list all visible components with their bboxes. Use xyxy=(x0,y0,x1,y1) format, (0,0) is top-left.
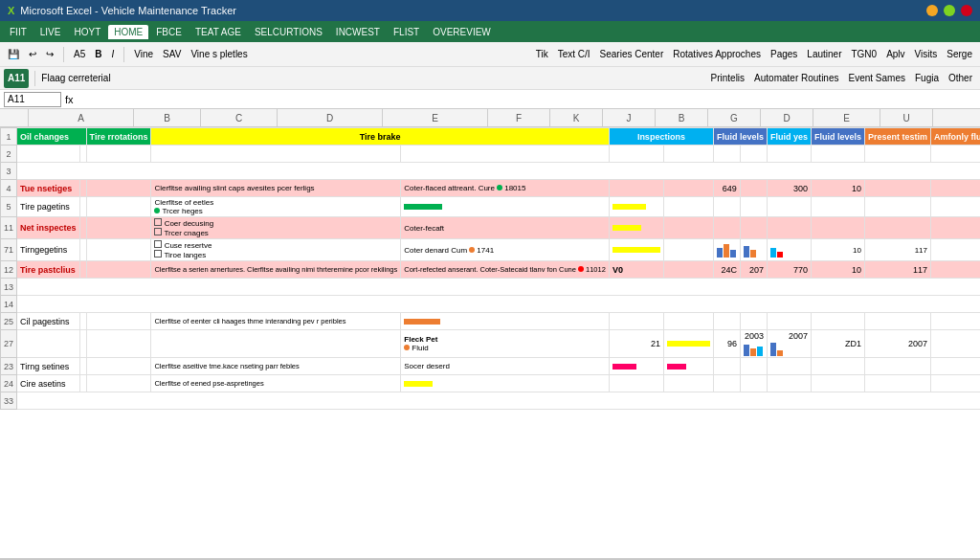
toolbar-btn-vine-s[interactable]: Vine s pletles xyxy=(187,45,251,64)
cell-5e2[interactable] xyxy=(864,197,930,217)
cell-27b[interactable] xyxy=(79,330,86,358)
cell-25e[interactable] xyxy=(401,313,610,330)
cell-12b[interactable] xyxy=(79,261,86,279)
toolbar-btn-serge[interactable]: Serge xyxy=(943,45,976,64)
toolbar-btn-pages[interactable]: Pages xyxy=(767,45,801,64)
cell-25g[interactable] xyxy=(767,313,811,330)
col-header-b2[interactable]: B xyxy=(656,109,708,126)
cell-11f[interactable] xyxy=(609,217,663,239)
ribbon-tab-live[interactable]: LIVE xyxy=(34,25,67,39)
cell-23d[interactable]: Clerfltse aseitive tme.kace nseting parr… xyxy=(151,358,401,375)
cell-5f[interactable] xyxy=(609,197,663,217)
cell-12e[interactable]: Cort-refected anserant. Coter-Satecaid t… xyxy=(401,261,610,279)
cell-25k[interactable] xyxy=(663,313,713,330)
cell-71b2[interactable] xyxy=(740,239,767,261)
cell-27c[interactable] xyxy=(86,330,151,358)
cell-5d[interactable]: Clerfltse of eetles Trcer heges xyxy=(151,197,401,217)
cell-25j[interactable] xyxy=(713,313,740,330)
cell-12e2[interactable]: 117 xyxy=(864,261,930,279)
cell-4d2[interactable]: 10 xyxy=(811,180,864,197)
col-header-u[interactable]: U xyxy=(880,109,933,126)
cell-2d2[interactable] xyxy=(811,146,864,163)
cell-71k[interactable] xyxy=(663,239,713,261)
cell-4a[interactable]: Tue nsetiges xyxy=(17,180,80,197)
col-header-c[interactable]: C xyxy=(201,109,278,126)
cell-12g[interactable]: 770 xyxy=(767,261,811,279)
cell-24e[interactable] xyxy=(401,375,610,392)
cell-24c[interactable] xyxy=(86,375,151,392)
toolbar-btn-tik[interactable]: Tik xyxy=(532,45,552,64)
cell-71j[interactable] xyxy=(713,239,740,261)
cell-5a[interactable]: Tire pagetins xyxy=(17,197,80,217)
cell-4u[interactable] xyxy=(931,180,981,197)
cell-27e2[interactable]: 2007 xyxy=(864,330,930,358)
cell-2b[interactable] xyxy=(79,146,86,163)
cell-23e[interactable]: Socer deserd xyxy=(401,358,610,375)
cell-24j[interactable] xyxy=(713,375,740,392)
cell-4b2[interactable] xyxy=(740,180,767,197)
toolbar-btn-event-sames[interactable]: Event Sames xyxy=(844,69,908,88)
cell-5g[interactable] xyxy=(767,197,811,217)
col-header-k[interactable]: K xyxy=(550,109,603,126)
toolbar-btn-fugia[interactable]: Fugia xyxy=(911,69,943,88)
toolbar-btn-italic[interactable]: I xyxy=(107,45,118,64)
cell-5d2[interactable] xyxy=(811,197,864,217)
cell-25c[interactable] xyxy=(86,313,151,330)
close-btn[interactable] xyxy=(961,5,972,16)
cell-2c[interactable] xyxy=(86,146,151,163)
col-header-j[interactable]: J xyxy=(603,109,656,126)
cell-25u[interactable] xyxy=(931,313,981,330)
ribbon-tab-flist[interactable]: FLIST xyxy=(388,25,425,39)
cell-3[interactable] xyxy=(17,163,980,180)
col-header-e2[interactable]: E xyxy=(813,109,880,126)
cell-27a[interactable] xyxy=(17,330,80,358)
toolbar-btn-font[interactable]: A5 xyxy=(70,45,89,64)
cell-11e[interactable]: Coter-fecaft xyxy=(401,217,610,239)
grid-area[interactable]: 1 Oil changes Tire rrotations Tire brake… xyxy=(0,127,980,558)
toolbar-btn-bold[interactable]: B xyxy=(91,45,105,64)
toolbar-btn-redo[interactable]: ↪ xyxy=(42,45,57,64)
cell-25a[interactable]: Cil pagestins xyxy=(17,313,80,330)
ribbon-tab-incwest[interactable]: INCWEST xyxy=(330,25,386,39)
toolbar-btn-tgno[interactable]: TGN0 xyxy=(847,45,880,64)
cell-71e2[interactable]: 117 xyxy=(864,239,930,261)
cell-11c[interactable] xyxy=(86,217,151,239)
cell-27u[interactable] xyxy=(931,330,981,358)
cell-24f[interactable] xyxy=(609,375,663,392)
cell-23k[interactable] xyxy=(663,358,713,375)
cell-25d[interactable]: Clerfltse of eenter cli haages thme inte… xyxy=(151,313,401,330)
cell-2u[interactable] xyxy=(931,146,981,163)
cell-2j[interactable] xyxy=(713,146,740,163)
cell-23a[interactable]: Tirng setines xyxy=(17,358,80,375)
cell-5k[interactable] xyxy=(663,197,713,217)
cell-23c[interactable] xyxy=(86,358,151,375)
cell-11k[interactable] xyxy=(663,217,713,239)
col-header-g[interactable]: G xyxy=(708,109,761,126)
toolbar-btn-vine[interactable]: Vine xyxy=(130,45,157,64)
col-header-a[interactable]: A xyxy=(29,109,134,126)
cell-71d[interactable]: Cuse resertve Tiroe langes xyxy=(151,239,401,261)
toolbar-btn-other[interactable]: Other xyxy=(945,69,976,88)
cell-11u[interactable] xyxy=(931,217,981,239)
cell-25d2[interactable] xyxy=(811,313,864,330)
cell-5c[interactable] xyxy=(86,197,151,217)
cell-24d2[interactable] xyxy=(811,375,864,392)
toolbar-btn-rotatives[interactable]: Rotatives Approches xyxy=(669,45,765,64)
toolbar-btn-lautiner[interactable]: Lautiner xyxy=(803,45,845,64)
cell-5j[interactable] xyxy=(713,197,740,217)
cell-2e[interactable] xyxy=(401,146,610,163)
col-header-b[interactable]: B xyxy=(134,109,201,126)
toolbar-btn-save2[interactable]: SAV xyxy=(159,45,185,64)
cell-27d[interactable] xyxy=(151,330,401,358)
cell-11g[interactable] xyxy=(767,217,811,239)
cell-2b2[interactable] xyxy=(740,146,767,163)
cell-25b2[interactable] xyxy=(740,313,767,330)
cell-12f[interactable]: V0 xyxy=(609,261,663,279)
cell-2d[interactable] xyxy=(151,146,401,163)
cell-2e2[interactable] xyxy=(864,146,930,163)
cell-12k[interactable] xyxy=(663,261,713,279)
cell-4f[interactable] xyxy=(609,180,663,197)
cell-27e[interactable]: Fleck PetFluid xyxy=(401,330,610,358)
cell-4c[interactable] xyxy=(86,180,151,197)
cell-2g[interactable] xyxy=(767,146,811,163)
